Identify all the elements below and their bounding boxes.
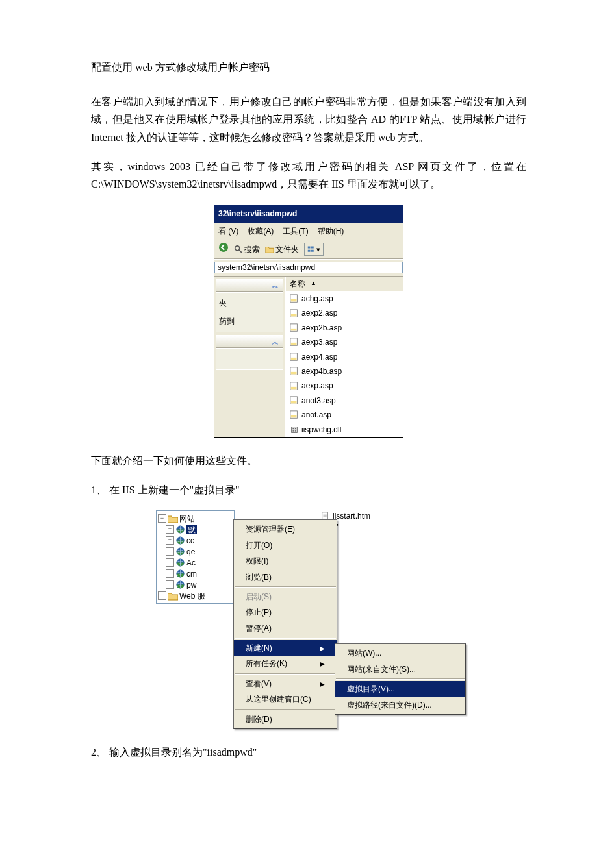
svg-rect-5 bbox=[311, 247, 314, 249]
chevron-up-icon: ︽ bbox=[272, 336, 279, 348]
asp-file-icon bbox=[290, 338, 299, 347]
task-text-2: 药到 bbox=[219, 315, 280, 328]
svg-point-1 bbox=[235, 246, 240, 251]
task-head-1[interactable]: ︽ bbox=[216, 279, 283, 292]
expand-icon[interactable]: + bbox=[166, 558, 174, 567]
ctx-item-permission[interactable]: 权限(I) bbox=[234, 553, 337, 569]
sub-item-site[interactable]: 网站(W)... bbox=[335, 645, 465, 661]
file-name: achg.asp bbox=[301, 292, 333, 305]
explorer-tasks-pane: ︽ 夹 药到 ︽ bbox=[214, 277, 285, 437]
menu-view[interactable]: 看 (V) bbox=[218, 225, 238, 238]
menu-separator bbox=[235, 638, 336, 639]
address-bar bbox=[214, 259, 403, 276]
asp-file-icon bbox=[290, 294, 299, 303]
step-1: 1、 在 IIS 上新建一个"虚拟目录" bbox=[91, 481, 526, 499]
folders-button[interactable]: 文件夹 bbox=[265, 243, 299, 256]
ctx-item-newwindow[interactable]: 从这里创建窗口(C) bbox=[234, 691, 337, 707]
ctx-item-open[interactable]: 打开(O) bbox=[234, 538, 337, 553]
view-button[interactable]: ▾ bbox=[304, 243, 324, 256]
list-item[interactable]: achg.asp bbox=[286, 291, 403, 306]
explorer-menubar: 看 (V) 收藏(A) 工具(T) 帮助(H) bbox=[214, 223, 403, 240]
collapse-icon[interactable]: − bbox=[158, 514, 166, 523]
ctx-item-all-tasks[interactable]: 所有任务(K)▶ bbox=[234, 656, 337, 671]
submenu-arrow-icon: ▶ bbox=[320, 678, 325, 689]
sub-item-site-file[interactable]: 网站(来自文件)(S)... bbox=[335, 662, 465, 677]
asp-file-icon bbox=[290, 367, 299, 376]
task-body-1: 夹 药到 bbox=[216, 292, 283, 333]
svg-rect-20 bbox=[291, 386, 297, 389]
iis-figure: iisstart.htm br.gif db − 网站 +默+cc+qe+Ac+… bbox=[91, 510, 526, 729]
expand-icon[interactable]: + bbox=[158, 591, 166, 600]
svg-rect-24 bbox=[291, 415, 297, 418]
dropdown-arrow-icon: ▾ bbox=[316, 243, 320, 256]
expand-icon[interactable]: + bbox=[166, 569, 174, 578]
list-item[interactable]: aexp2.asp bbox=[286, 306, 403, 320]
tree-item[interactable]: +默 bbox=[158, 524, 233, 535]
svg-point-28 bbox=[292, 430, 294, 432]
svg-rect-3 bbox=[308, 247, 311, 249]
menu-separator bbox=[235, 709, 336, 710]
globe-icon bbox=[175, 525, 185, 534]
task-head-2[interactable]: ︽ bbox=[216, 335, 283, 348]
list-item[interactable]: anot3.asp bbox=[286, 393, 403, 408]
ctx-item-new[interactable]: 新建(N)▶ bbox=[234, 640, 337, 656]
menu-tools[interactable]: 工具(T) bbox=[283, 225, 308, 238]
list-item[interactable]: anot.asp bbox=[286, 408, 403, 422]
expand-icon[interactable]: + bbox=[166, 536, 174, 545]
ctx-item-start[interactable]: 启动(S) bbox=[234, 589, 337, 604]
iis-tree: − 网站 +默+cc+qe+Ac+cm+pw + Web 服 bbox=[156, 510, 235, 604]
list-item[interactable]: aexp.asp bbox=[286, 378, 403, 393]
menu-fav[interactable]: 收藏(A) bbox=[248, 225, 274, 238]
address-input[interactable] bbox=[214, 262, 403, 273]
search-label: 搜索 bbox=[244, 243, 260, 256]
file-list: achg.aspaexp2.aspaexp2b.aspaexp3.aspaexp… bbox=[286, 291, 403, 437]
list-item[interactable]: aexp2b.asp bbox=[286, 321, 403, 335]
globe-icon bbox=[175, 558, 185, 567]
menu-separator bbox=[235, 586, 336, 588]
folder-icon bbox=[168, 514, 178, 523]
file-name: iisstart.htm bbox=[333, 510, 370, 523]
file-name: aexp4.asp bbox=[301, 351, 337, 364]
ctx-item-view[interactable]: 查看(V)▶ bbox=[234, 676, 337, 691]
submenu-arrow-icon: ▶ bbox=[320, 643, 325, 654]
globe-icon bbox=[175, 569, 185, 578]
globe-icon bbox=[175, 547, 185, 556]
tree-item-web[interactable]: + Web 服 bbox=[158, 590, 233, 601]
explorer-figure: 32\inetsrv\iisadmpwd 看 (V) 收藏(A) 工具(T) 帮… bbox=[91, 205, 526, 438]
sub-item-virtual-dir[interactable]: 虚拟目录(V)... bbox=[335, 681, 465, 697]
svg-rect-4 bbox=[308, 250, 311, 252]
ctx-item-pause[interactable]: 暂停(A) bbox=[234, 621, 337, 636]
asp-file-icon bbox=[290, 353, 299, 362]
ctx-item-browse[interactable]: 浏览(B) bbox=[234, 569, 337, 585]
expand-icon[interactable]: + bbox=[166, 525, 174, 534]
menu-separator bbox=[336, 678, 465, 680]
expand-icon[interactable]: + bbox=[166, 547, 174, 556]
column-header-name[interactable]: 名称 ▲ bbox=[286, 277, 403, 291]
back-icon[interactable] bbox=[218, 242, 229, 256]
menu-help[interactable]: 帮助(H) bbox=[318, 225, 344, 238]
list-item[interactable]: aexp4.asp bbox=[286, 350, 403, 364]
svg-point-0 bbox=[219, 243, 228, 252]
svg-rect-25 bbox=[292, 427, 298, 432]
list-item[interactable]: aexp4b.asp bbox=[286, 364, 403, 378]
svg-rect-22 bbox=[291, 401, 297, 404]
asp-file-icon bbox=[290, 309, 299, 318]
svg-rect-16 bbox=[291, 358, 297, 360]
svg-rect-6 bbox=[311, 250, 314, 252]
expand-icon[interactable]: + bbox=[166, 580, 174, 589]
ctx-item-explorer[interactable]: 资源管理器(E) bbox=[234, 521, 337, 537]
doc-title: 配置使用 web 方式修改域用户帐户密码 bbox=[91, 58, 526, 76]
ctx-item-stop[interactable]: 停止(P) bbox=[234, 604, 337, 620]
tree-label: Web 服 bbox=[179, 589, 205, 602]
colhead-label: 名称 bbox=[290, 277, 305, 290]
search-button[interactable]: 搜索 bbox=[234, 243, 260, 256]
file-name: aexp3.asp bbox=[301, 336, 337, 349]
sub-item-virtual-path-file[interactable]: 虚拟路径(来自文件)(D)... bbox=[335, 697, 465, 713]
globe-icon bbox=[175, 580, 185, 589]
explorer-file-pane: 名称 ▲ achg.aspaexp2.aspaexp2b.aspaexp3.as… bbox=[285, 277, 403, 437]
paragraph-3: 下面就介绍一下如何使用这些文件。 bbox=[91, 452, 526, 469]
ctx-item-delete[interactable]: 删除(D) bbox=[234, 712, 337, 727]
list-item[interactable]: aexp3.asp bbox=[286, 335, 403, 349]
tree-item[interactable]: +cc bbox=[158, 535, 233, 546]
list-item[interactable]: iispwchg.dll bbox=[286, 423, 403, 437]
